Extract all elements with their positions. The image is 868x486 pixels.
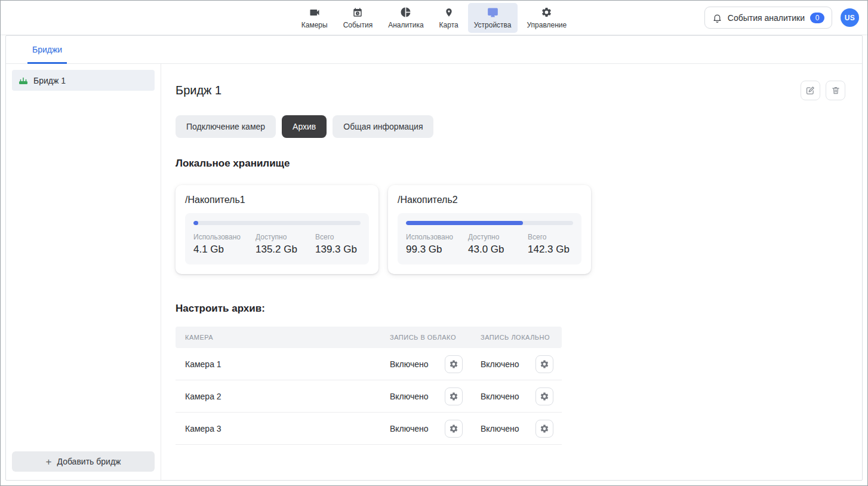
cloud-recording-settings-button[interactable] [445, 420, 463, 438]
stat-available-value: 43.0 Gb [468, 244, 528, 256]
usage-progress-bar [193, 221, 361, 225]
local-recording-settings-button[interactable] [535, 355, 553, 373]
bell-icon [712, 13, 722, 23]
cloud-recording-settings-button[interactable] [445, 355, 463, 373]
cloud-recording-cell: Включено [380, 387, 471, 405]
nav-item-cameras[interactable]: Камеры [296, 3, 334, 33]
table-row-camera-2: Камера 2 Включено Включено [176, 380, 562, 413]
storage-heading: Локальное хранилище [176, 158, 845, 170]
drive-name: /Накопитель2 [398, 195, 581, 205]
stat-used-label: Использовано [406, 233, 468, 241]
drive-stats: Использовано 4.1 Gb Доступно 135.2 Gb Вс… [193, 233, 361, 256]
app-window: Камеры События Аналитика Карта [0, 0, 868, 486]
nav-label-management: Управление [527, 21, 567, 29]
drive-stats: Использовано 99.3 Gb Доступно 43.0 Gb Вс… [406, 233, 573, 256]
stat-used-value: 99.3 Gb [406, 244, 468, 256]
page-title: Бридж 1 [176, 84, 221, 97]
tab-bridges[interactable]: Бриджи [27, 45, 67, 64]
title-row: Бридж 1 [176, 81, 845, 100]
bridge-icon [19, 76, 28, 85]
drive-name: /Накопитель1 [185, 195, 369, 205]
nav-label-map: Карта [439, 21, 458, 29]
usage-progress-bar [406, 221, 573, 225]
nav-label-analytics: Аналитика [388, 21, 423, 29]
storage-cards: /Накопитель1 Использовано 4.1 Gb [176, 185, 845, 274]
archive-table: КАМЕРА ЗАПИСЬ В ОБЛАКО ЗАПИСЬ ЛОКАЛЬНО К… [176, 327, 562, 445]
local-recording-status: Включено [481, 359, 519, 369]
bridge-detail-panel: Бридж 1 Подключение камер Архив Общая ин… [161, 64, 862, 480]
archive-heading: Настроить архив: [176, 303, 845, 315]
stat-available-value: 135.2 Gb [256, 244, 315, 256]
stat-available: Доступно 43.0 Gb [468, 233, 528, 256]
analytics-events-label: События аналитики [728, 13, 805, 23]
nav-label-cameras: Камеры [301, 21, 328, 29]
stat-used: Использовано 99.3 Gb [406, 233, 468, 256]
nav-item-events[interactable]: События [337, 3, 379, 33]
nav-item-devices[interactable]: Устройства [468, 3, 518, 33]
col-header-local-recording: ЗАПИСЬ ЛОКАЛЬНО [471, 334, 562, 341]
stat-total: Всего 142.3 Gb [528, 233, 570, 256]
col-header-camera: КАМЕРА [176, 334, 380, 341]
camera-name: Камера 2 [176, 392, 380, 401]
table-row-camera-1: Камера 1 Включено Включено [176, 348, 562, 380]
tab-archive[interactable]: Архив [282, 115, 327, 138]
events-count-badge: 0 [810, 13, 824, 23]
camera-icon [309, 7, 321, 19]
edit-bridge-button[interactable] [801, 81, 820, 100]
management-gear-icon [541, 7, 552, 19]
nav-label-events: События [343, 21, 373, 29]
stat-total-label: Всего [315, 233, 357, 241]
bridges-sidebar: Бридж 1 + Добавить бридж [6, 64, 161, 480]
local-recording-settings-button[interactable] [535, 420, 553, 438]
local-recording-status: Включено [481, 392, 519, 401]
stat-total-label: Всего [528, 233, 570, 241]
drive-usage-panel: Использовано 4.1 Gb Доступно 135.2 Gb Вс… [185, 213, 369, 264]
drive-usage-panel: Использовано 99.3 Gb Доступно 43.0 Gb Вс… [398, 213, 581, 264]
nav-item-management[interactable]: Управление [521, 3, 573, 33]
stat-total-value: 142.3 Gb [528, 244, 570, 256]
tab-camera-connection[interactable]: Подключение камер [176, 115, 276, 138]
cloud-recording-status: Включено [390, 359, 429, 369]
col-header-cloud-recording: ЗАПИСЬ В ОБЛАКО [380, 334, 471, 341]
devices-icon [487, 7, 499, 19]
local-recording-status: Включено [481, 424, 519, 433]
bridge-item-label: Бридж 1 [33, 76, 66, 85]
table-row-camera-3: Камера 3 Включено Включено [176, 413, 562, 445]
storage-card-drive1: /Накопитель1 Использовано 4.1 Gb [176, 185, 378, 274]
add-bridge-label: Добавить бридж [57, 457, 121, 466]
analytics-events-button[interactable]: События аналитики 0 [704, 7, 832, 29]
stat-available-label: Доступно [256, 233, 315, 241]
content-frame: Бриджи Бридж 1 + Добавить бридж [5, 35, 863, 481]
plus-icon: + [46, 457, 52, 467]
usage-progress-fill [193, 221, 198, 225]
top-navigation-bar: Камеры События Аналитика Карта [1, 1, 867, 35]
stat-used-label: Использовано [193, 233, 256, 241]
delete-bridge-button[interactable] [826, 81, 845, 100]
user-avatar[interactable]: US [841, 8, 859, 27]
analytics-icon [400, 7, 411, 19]
local-recording-settings-button[interactable] [535, 387, 553, 405]
stat-used-value: 4.1 Gb [193, 244, 256, 256]
tab-general-info[interactable]: Общая информация [333, 115, 433, 138]
stat-total-value: 139.3 Gb [315, 244, 357, 256]
nav-item-analytics[interactable]: Аналитика [382, 3, 429, 33]
main-nav: Камеры События Аналитика Карта [296, 3, 572, 33]
section-tabbar: Бриджи [6, 36, 862, 64]
stat-available: Доступно 135.2 Gb [256, 233, 315, 256]
add-bridge-button[interactable]: + Добавить бридж [12, 451, 155, 472]
sidebar-item-bridge-1[interactable]: Бридж 1 [12, 70, 155, 91]
detail-tabs: Подключение камер Архив Общая информация [176, 115, 845, 138]
body-row: Бридж 1 + Добавить бридж Бридж 1 [6, 64, 862, 480]
stat-available-label: Доступно [468, 233, 528, 241]
camera-name: Камера 3 [176, 424, 380, 433]
local-recording-cell: Включено [471, 420, 562, 438]
events-icon [352, 7, 363, 19]
topbar-right-group: События аналитики 0 US [704, 1, 859, 35]
nav-item-map[interactable]: Карта [433, 3, 464, 33]
cloud-recording-settings-button[interactable] [445, 387, 463, 405]
nav-label-devices: Устройства [474, 21, 512, 29]
cloud-recording-cell: Включено [380, 355, 471, 373]
camera-name: Камера 1 [176, 359, 380, 369]
local-recording-cell: Включено [471, 355, 562, 373]
title-actions [801, 81, 845, 100]
